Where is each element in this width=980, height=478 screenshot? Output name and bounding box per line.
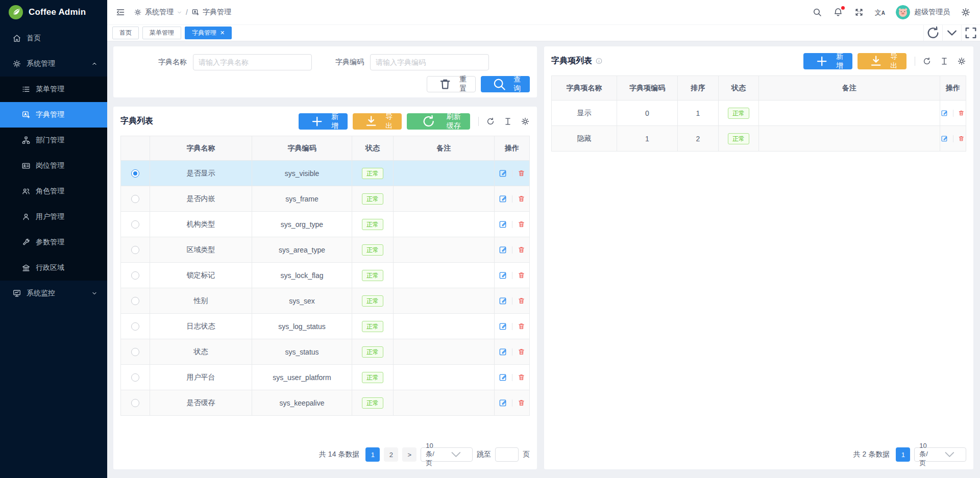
dict-name-input[interactable]: [193, 54, 312, 70]
close-icon[interactable]: ✕: [220, 30, 225, 36]
edit-icon[interactable]: [499, 296, 507, 305]
row-radio[interactable]: [131, 348, 139, 356]
edit-icon[interactable]: [499, 398, 507, 407]
translate-icon[interactable]: 文A: [875, 9, 885, 16]
refresh-table-icon[interactable]: [922, 57, 932, 66]
delete-icon[interactable]: [958, 109, 965, 117]
delete-icon[interactable]: [517, 347, 526, 356]
edit-icon[interactable]: [941, 134, 948, 143]
sidebar-item-dict-mgmt[interactable]: 字典管理: [0, 102, 107, 128]
export-button[interactable]: 导出: [353, 113, 402, 130]
delete-icon[interactable]: [517, 398, 526, 407]
sidebar-submenu-system: 菜单管理 字典管理 部门管理 岗位管理 角色管理: [0, 77, 107, 281]
sidebar-item-dept-mgmt[interactable]: 部门管理: [0, 128, 107, 153]
row-radio[interactable]: [131, 246, 139, 254]
table-row[interactable]: 隐藏 1 2 正常: [552, 126, 966, 152]
table-row[interactable]: 日志状态 sys_log_status 正常: [121, 314, 530, 339]
next-page-button[interactable]: >: [402, 447, 416, 462]
chevron-down-icon[interactable]: [942, 25, 961, 41]
table-row[interactable]: 用户平台 sys_user_platform 正常: [121, 365, 530, 390]
tab-dict-mgmt[interactable]: 字典管理✕: [185, 27, 232, 39]
row-height-icon[interactable]: [940, 57, 949, 66]
add-button[interactable]: 新增: [299, 113, 348, 130]
row-radio[interactable]: [131, 195, 139, 203]
delete-icon[interactable]: [517, 220, 526, 229]
page-button-1[interactable]: 1: [896, 447, 910, 462]
reset-button[interactable]: 重置: [427, 76, 476, 92]
page-size-select[interactable]: 10 条/页: [914, 447, 966, 462]
refresh-cache-button[interactable]: 刷新缓存: [407, 113, 470, 130]
delete-icon[interactable]: [517, 296, 526, 305]
table-row[interactable]: 是否缓存 sys_keepalive 正常: [121, 390, 530, 416]
table-row[interactable]: 是否显示 sys_visible 正常: [121, 161, 530, 186]
tab-menu-mgmt[interactable]: 菜单管理: [142, 27, 181, 39]
sidebar-item-menu-mgmt[interactable]: 菜单管理: [0, 77, 107, 102]
row-radio[interactable]: [131, 297, 139, 305]
dict-code-input[interactable]: [370, 54, 489, 70]
chevron-down-icon: [91, 290, 98, 297]
edit-icon[interactable]: [499, 373, 507, 382]
jump-page-input[interactable]: [495, 447, 519, 462]
edit-icon[interactable]: [499, 169, 507, 178]
breadcrumb-parent[interactable]: 系统管理: [134, 8, 182, 17]
delete-icon[interactable]: [517, 245, 526, 254]
settings-gear-icon[interactable]: [961, 7, 971, 17]
collapse-sidebar-icon[interactable]: [115, 7, 126, 17]
delete-icon[interactable]: [517, 322, 526, 331]
table-row[interactable]: 机构类型 sys_org_type 正常: [121, 212, 530, 237]
user-menu[interactable]: 超级管理员: [896, 5, 950, 19]
table-row[interactable]: 状态 sys_status 正常: [121, 339, 530, 365]
sidebar-item-home[interactable]: 首页: [0, 26, 107, 51]
export-items-button[interactable]: 导出: [857, 53, 906, 69]
logo[interactable]: Coffee Admin: [0, 0, 107, 24]
sidebar-item-admin-area[interactable]: 行政区域: [0, 255, 107, 281]
fullscreen-icon[interactable]: [854, 7, 864, 17]
row-height-icon[interactable]: [503, 117, 512, 126]
table-settings-gear-icon[interactable]: [957, 57, 966, 66]
query-button[interactable]: 查询: [481, 76, 530, 92]
refresh-page-icon[interactable]: [923, 25, 942, 41]
page-button-2[interactable]: 2: [384, 447, 398, 462]
page-button-1[interactable]: 1: [365, 447, 380, 462]
sidebar-item-param-mgmt[interactable]: 参数管理: [0, 230, 107, 255]
search-icon[interactable]: [812, 7, 822, 17]
edit-icon[interactable]: [499, 245, 507, 254]
table-row[interactable]: 区域类型 sys_area_type 正常: [121, 237, 530, 263]
refresh-table-icon[interactable]: [486, 117, 495, 126]
table-row[interactable]: 显示 0 1 正常: [552, 100, 966, 126]
delete-icon[interactable]: [517, 271, 526, 280]
maximize-content-icon[interactable]: [961, 25, 980, 41]
row-radio[interactable]: [131, 373, 139, 382]
notification-bell-icon[interactable]: [833, 7, 843, 17]
edit-icon[interactable]: [499, 220, 507, 229]
row-radio[interactable]: [131, 169, 139, 178]
edit-icon[interactable]: [499, 271, 507, 280]
sidebar-item-user-mgmt[interactable]: 用户管理: [0, 204, 107, 230]
table-row[interactable]: 性别 sys_sex 正常: [121, 288, 530, 314]
sidebar-item-monitor[interactable]: 系统监控: [0, 281, 107, 306]
row-radio[interactable]: [131, 220, 139, 229]
delete-icon[interactable]: [517, 169, 526, 178]
sidebar-item-role-mgmt[interactable]: 角色管理: [0, 179, 107, 204]
edit-icon[interactable]: [499, 194, 507, 203]
breadcrumb-current[interactable]: 字典管理: [191, 8, 231, 17]
table-settings-gear-icon[interactable]: [521, 117, 530, 126]
edit-icon[interactable]: [499, 322, 507, 331]
sidebar-item-label: 系统管理: [27, 59, 55, 68]
delete-icon[interactable]: [517, 373, 526, 382]
sidebar-item-system[interactable]: 系统管理: [0, 51, 107, 77]
sidebar-item-post-mgmt[interactable]: 岗位管理: [0, 153, 107, 179]
edit-icon[interactable]: [941, 109, 948, 117]
table-row[interactable]: 是否内嵌 sys_frame 正常: [121, 186, 530, 212]
tab-bar: 首页 菜单管理 字典管理✕: [107, 24, 980, 41]
tab-home[interactable]: 首页: [112, 27, 139, 39]
row-radio[interactable]: [131, 399, 139, 407]
add-item-button[interactable]: 新增: [803, 53, 852, 69]
delete-icon[interactable]: [517, 194, 526, 203]
table-row[interactable]: 锁定标记 sys_lock_flag 正常: [121, 263, 530, 288]
row-radio[interactable]: [131, 271, 139, 280]
delete-icon[interactable]: [958, 134, 965, 143]
edit-icon[interactable]: [499, 347, 507, 356]
row-radio[interactable]: [131, 322, 139, 331]
page-size-select[interactable]: 10 条/页: [421, 447, 473, 462]
